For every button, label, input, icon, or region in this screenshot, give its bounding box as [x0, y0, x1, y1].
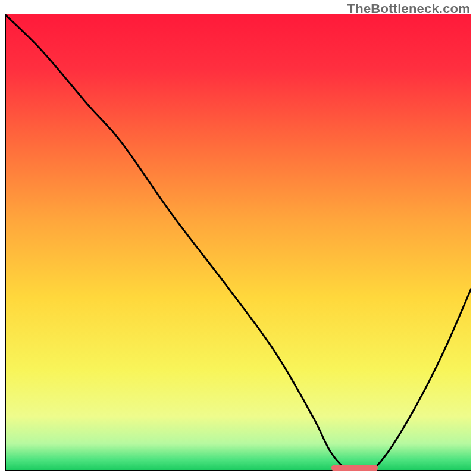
axes [5, 14, 471, 471]
plot-area [5, 14, 471, 471]
watermark-text: TheBottleneck.com [347, 1, 470, 17]
sweet-spot-marker [331, 465, 378, 471]
